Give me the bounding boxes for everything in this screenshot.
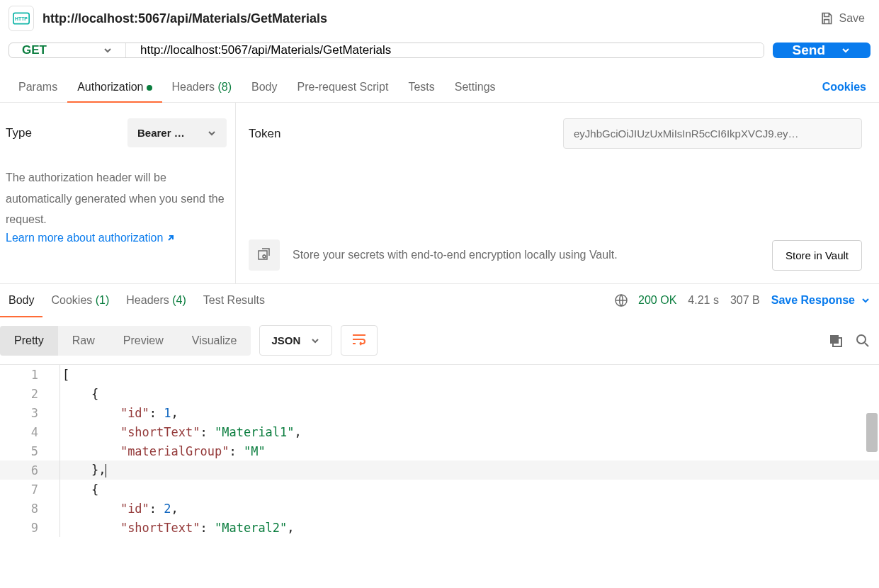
code-line[interactable]: 1[ (0, 365, 879, 384)
vault-icon (249, 239, 280, 271)
code-line[interactable]: 5 "materialGroup": "M" (0, 441, 879, 460)
save-response-button[interactable]: Save Response (771, 294, 871, 307)
wrap-toggle-button[interactable] (341, 325, 378, 356)
svg-point-5 (857, 335, 866, 344)
code-line[interactable]: 6 }, (0, 460, 879, 480)
method-value: GET (22, 43, 47, 57)
line-content: "shortText": "Materal2", (58, 521, 295, 535)
line-content: "materialGroup": "M" (58, 444, 266, 458)
tab-body[interactable]: Body (242, 72, 287, 102)
globe-icon[interactable] (614, 293, 628, 307)
line-number: 6 (0, 463, 58, 477)
auth-active-dot-icon (147, 85, 152, 91)
line-content: "shortText": "Material1", (58, 425, 302, 439)
tab-params[interactable]: Params (8, 72, 67, 102)
send-button[interactable]: Send (773, 43, 871, 58)
line-number: 1 (0, 368, 58, 382)
chevron-down-icon (861, 295, 871, 305)
resp-tab-body[interactable]: Body (0, 284, 42, 317)
tab-headers[interactable]: Headers (8) (162, 72, 242, 102)
cookies-link[interactable]: Cookies (818, 72, 871, 102)
code-line[interactable]: 3 "id": 1, (0, 403, 879, 422)
chevron-down-icon (207, 128, 217, 138)
line-content: }, (58, 463, 106, 477)
tab-tests[interactable]: Tests (398, 72, 444, 102)
send-label: Send (793, 43, 825, 58)
save-icon (820, 11, 834, 26)
code-line[interactable]: 7 { (0, 480, 879, 499)
url-input[interactable] (126, 43, 764, 57)
line-content: "id": 1, (58, 406, 178, 420)
format-selector[interactable]: JSON (259, 325, 332, 356)
token-label: Token (249, 127, 546, 141)
view-tab-raw[interactable]: Raw (58, 326, 109, 356)
resp-tab-cookies[interactable]: Cookies (1) (42, 284, 118, 317)
store-in-vault-button[interactable]: Store in Vault (772, 240, 862, 271)
line-number: 5 (0, 444, 58, 458)
line-content: { (58, 482, 98, 497)
status-size: 307 B (730, 294, 760, 307)
line-number: 8 (0, 502, 58, 516)
token-input[interactable]: eyJhbGciOiJIUzUxMiIsInR5cCI6IkpXVCJ9.ey… (563, 118, 862, 149)
view-tab-visualize[interactable]: Visualize (178, 326, 251, 356)
method-selector[interactable]: GET (9, 43, 126, 57)
learn-more-link[interactable]: Learn more about authorization (6, 232, 176, 244)
auth-type-selector[interactable]: Bearer … (127, 118, 227, 147)
svg-text:HTTP: HTTP (15, 16, 28, 21)
line-number: 4 (0, 425, 58, 439)
scrollbar-thumb[interactable] (866, 413, 878, 452)
status-code: 200 OK (638, 294, 676, 307)
auth-type-value: Bearer … (137, 127, 185, 139)
code-line[interactable]: 4 "shortText": "Material1", (0, 422, 879, 441)
code-line[interactable]: 8 "id": 2, (0, 499, 879, 518)
line-number: 7 (0, 482, 58, 497)
auth-description: The authorization header will be automat… (6, 167, 227, 230)
tab-prerequest[interactable]: Pre-request Script (287, 72, 398, 102)
view-tab-pretty[interactable]: Pretty (0, 326, 58, 356)
chevron-down-icon (103, 45, 113, 55)
request-title: http://localhost:5067/api/Materials/GetM… (42, 11, 327, 26)
response-code-area[interactable]: 1[2 {3 "id": 1,4 "shortText": "Material1… (0, 364, 879, 537)
chevron-down-icon (841, 45, 851, 55)
wrap-icon (351, 333, 367, 346)
tab-authorization[interactable]: Authorization (67, 72, 161, 102)
external-link-icon (166, 233, 176, 243)
line-number: 3 (0, 406, 58, 420)
search-icon[interactable] (855, 333, 871, 349)
http-badge-icon: HTTP (8, 6, 34, 31)
save-button[interactable]: Save (814, 9, 871, 28)
code-line[interactable]: 2 { (0, 384, 879, 403)
format-value: JSON (271, 334, 300, 346)
line-number: 2 (0, 387, 58, 401)
view-tab-preview[interactable]: Preview (109, 326, 178, 356)
resp-tab-test-results[interactable]: Test Results (195, 284, 273, 317)
save-label: Save (839, 12, 865, 25)
line-content: { (58, 387, 98, 401)
svg-rect-3 (830, 335, 839, 344)
copy-icon[interactable] (828, 333, 844, 349)
status-time: 4.21 s (688, 294, 719, 307)
line-number: 9 (0, 521, 58, 535)
vault-description: Store your secrets with end-to-end encry… (293, 249, 759, 261)
resp-tab-headers[interactable]: Headers (4) (118, 284, 195, 317)
tab-settings[interactable]: Settings (445, 72, 506, 102)
chevron-down-icon (310, 336, 320, 346)
code-line[interactable]: 9 "shortText": "Materal2", (0, 518, 879, 537)
line-content: "id": 2, (58, 502, 178, 516)
auth-type-label: Type (6, 126, 32, 140)
